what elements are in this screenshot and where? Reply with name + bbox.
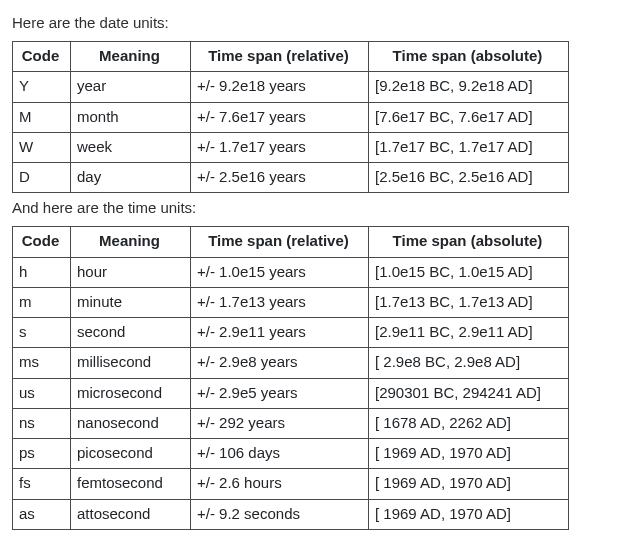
cell-rel: +/- 1.7e17 years: [191, 132, 369, 162]
cell-meaning: hour: [71, 257, 191, 287]
cell-rel: +/- 7.6e17 years: [191, 102, 369, 132]
cell-abs: [ 1969 AD, 1970 AD]: [369, 499, 569, 529]
table-row: ns nanosecond +/- 292 years [ 1678 AD, 2…: [13, 408, 569, 438]
cell-rel: +/- 9.2 seconds: [191, 499, 369, 529]
cell-abs: [ 1969 AD, 1970 AD]: [369, 469, 569, 499]
table-row: m minute +/- 1.7e13 years [1.7e13 BC, 1.…: [13, 287, 569, 317]
col-header-meaning: Meaning: [71, 42, 191, 72]
cell-abs: [ 2.9e8 BC, 2.9e8 AD]: [369, 348, 569, 378]
cell-abs: [7.6e17 BC, 7.6e17 AD]: [369, 102, 569, 132]
col-header-meaning: Meaning: [71, 227, 191, 257]
cell-abs: [2.5e16 BC, 2.5e16 AD]: [369, 163, 569, 193]
cell-meaning: year: [71, 72, 191, 102]
cell-meaning: microsecond: [71, 378, 191, 408]
cell-code: M: [13, 102, 71, 132]
table-row: fs femtosecond +/- 2.6 hours [ 1969 AD, …: [13, 469, 569, 499]
cell-code: ps: [13, 439, 71, 469]
date-units-intro: Here are the date units:: [12, 14, 623, 31]
table-header-row: Code Meaning Time span (relative) Time s…: [13, 42, 569, 72]
cell-code: D: [13, 163, 71, 193]
cell-code: ms: [13, 348, 71, 378]
col-header-abs: Time span (absolute): [369, 227, 569, 257]
cell-rel: +/- 2.9e8 years: [191, 348, 369, 378]
cell-meaning: nanosecond: [71, 408, 191, 438]
cell-code: m: [13, 287, 71, 317]
cell-abs: [1.7e17 BC, 1.7e17 AD]: [369, 132, 569, 162]
cell-rel: +/- 106 days: [191, 439, 369, 469]
table-row: s second +/- 2.9e11 years [2.9e11 BC, 2.…: [13, 318, 569, 348]
cell-rel: +/- 2.9e11 years: [191, 318, 369, 348]
cell-abs: [290301 BC, 294241 AD]: [369, 378, 569, 408]
cell-abs: [ 1969 AD, 1970 AD]: [369, 439, 569, 469]
cell-abs: [1.0e15 BC, 1.0e15 AD]: [369, 257, 569, 287]
cell-rel: +/- 1.0e15 years: [191, 257, 369, 287]
cell-rel: +/- 292 years: [191, 408, 369, 438]
table-row: W week +/- 1.7e17 years [1.7e17 BC, 1.7e…: [13, 132, 569, 162]
cell-rel: +/- 2.6 hours: [191, 469, 369, 499]
cell-rel: +/- 2.9e5 years: [191, 378, 369, 408]
cell-code: W: [13, 132, 71, 162]
cell-code: s: [13, 318, 71, 348]
table-row: us microsecond +/- 2.9e5 years [290301 B…: [13, 378, 569, 408]
cell-meaning: month: [71, 102, 191, 132]
time-units-table: Code Meaning Time span (relative) Time s…: [12, 226, 569, 530]
cell-code: fs: [13, 469, 71, 499]
cell-meaning: day: [71, 163, 191, 193]
time-units-intro: And here are the time units:: [12, 199, 623, 216]
cell-code: ns: [13, 408, 71, 438]
cell-abs: [1.7e13 BC, 1.7e13 AD]: [369, 287, 569, 317]
table-row: ms millisecond +/- 2.9e8 years [ 2.9e8 B…: [13, 348, 569, 378]
table-row: D day +/- 2.5e16 years [2.5e16 BC, 2.5e1…: [13, 163, 569, 193]
cell-rel: +/- 1.7e13 years: [191, 287, 369, 317]
cell-rel: +/- 2.5e16 years: [191, 163, 369, 193]
cell-meaning: week: [71, 132, 191, 162]
table-row: Y year +/- 9.2e18 years [9.2e18 BC, 9.2e…: [13, 72, 569, 102]
cell-code: as: [13, 499, 71, 529]
table-header-row: Code Meaning Time span (relative) Time s…: [13, 227, 569, 257]
cell-meaning: attosecond: [71, 499, 191, 529]
cell-meaning: millisecond: [71, 348, 191, 378]
cell-meaning: minute: [71, 287, 191, 317]
col-header-code: Code: [13, 42, 71, 72]
cell-code: h: [13, 257, 71, 287]
col-header-rel: Time span (relative): [191, 227, 369, 257]
cell-abs: [9.2e18 BC, 9.2e18 AD]: [369, 72, 569, 102]
cell-abs: [ 1678 AD, 2262 AD]: [369, 408, 569, 438]
col-header-code: Code: [13, 227, 71, 257]
cell-meaning: second: [71, 318, 191, 348]
col-header-rel: Time span (relative): [191, 42, 369, 72]
table-row: ps picosecond +/- 106 days [ 1969 AD, 19…: [13, 439, 569, 469]
cell-meaning: femtosecond: [71, 469, 191, 499]
document-root: Here are the date units: Code Meaning Ti…: [0, 0, 633, 550]
table-row: h hour +/- 1.0e15 years [1.0e15 BC, 1.0e…: [13, 257, 569, 287]
cell-code: us: [13, 378, 71, 408]
col-header-abs: Time span (absolute): [369, 42, 569, 72]
cell-meaning: picosecond: [71, 439, 191, 469]
table-row: as attosecond +/- 9.2 seconds [ 1969 AD,…: [13, 499, 569, 529]
cell-code: Y: [13, 72, 71, 102]
table-row: M month +/- 7.6e17 years [7.6e17 BC, 7.6…: [13, 102, 569, 132]
date-units-table: Code Meaning Time span (relative) Time s…: [12, 41, 569, 193]
cell-abs: [2.9e11 BC, 2.9e11 AD]: [369, 318, 569, 348]
cell-rel: +/- 9.2e18 years: [191, 72, 369, 102]
